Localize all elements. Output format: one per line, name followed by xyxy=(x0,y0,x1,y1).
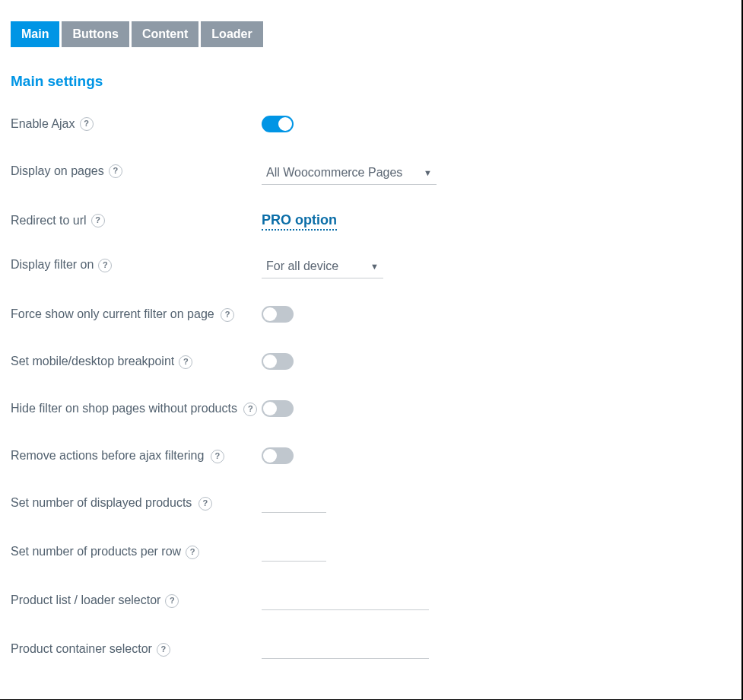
pro-option-link[interactable]: PRO option xyxy=(262,212,337,231)
label-text: Enable Ajax xyxy=(11,116,75,132)
label-text: Remove actions before ajax filtering xyxy=(11,449,204,462)
section-title: Main settings xyxy=(11,73,731,90)
tab-buttons[interactable]: Buttons xyxy=(62,21,129,47)
row-product-list-selector: Product list / loader selector ? xyxy=(11,592,731,613)
label-set-breakpoint: Set mobile/desktop breakpoint ? xyxy=(11,353,262,370)
toggle-hide-without-products[interactable] xyxy=(262,400,294,417)
toggle-remove-actions[interactable] xyxy=(262,447,294,464)
tab-content[interactable]: Content xyxy=(132,21,198,47)
select-value: All Woocommerce Pages xyxy=(266,166,402,180)
row-display-filter-on: Display filter on ? For all device ▼ xyxy=(11,256,731,278)
tab-main[interactable]: Main xyxy=(11,21,59,47)
label-text: Product container selector xyxy=(11,641,152,657)
label-redirect-to-url: Redirect to url ? xyxy=(11,212,262,229)
chevron-down-icon: ▼ xyxy=(370,262,379,271)
tab-loader[interactable]: Loader xyxy=(201,21,262,47)
help-icon[interactable]: ? xyxy=(221,308,234,322)
label-products-per-row: Set number of products per row ? xyxy=(11,543,262,560)
row-num-displayed-products: Set number of displayed products ? xyxy=(11,495,731,516)
row-redirect-to-url: Redirect to url ? PRO option xyxy=(11,212,731,229)
label-product-list-selector: Product list / loader selector ? xyxy=(11,592,262,609)
help-icon[interactable]: ? xyxy=(198,497,212,511)
row-hide-without-products: Hide filter on shop pages without produc… xyxy=(11,400,731,420)
label-text: Product list / loader selector xyxy=(11,592,160,609)
label-force-show-current: Force show only current filter on page ? xyxy=(11,306,262,323)
help-icon[interactable]: ? xyxy=(186,546,199,559)
select-display-filter-on[interactable]: For all device ▼ xyxy=(262,256,383,278)
help-icon[interactable]: ? xyxy=(243,402,257,416)
label-hide-without-products: Hide filter on shop pages without produc… xyxy=(11,400,262,417)
label-num-displayed-products: Set number of displayed products ? xyxy=(11,495,262,511)
label-text: Display filter on xyxy=(11,256,94,273)
label-text: Set number of products per row xyxy=(11,543,181,560)
select-value: For all device xyxy=(266,259,338,273)
label-text: Redirect to url xyxy=(11,212,87,229)
toggle-knob xyxy=(263,449,277,463)
input-product-list-selector[interactable] xyxy=(262,592,429,610)
help-icon[interactable]: ? xyxy=(98,259,112,272)
row-display-on-pages: Display on pages ? All Woocommerce Pages… xyxy=(11,163,731,185)
row-remove-actions: Remove actions before ajax filtering ? xyxy=(11,447,731,467)
label-text: Set number of displayed products xyxy=(11,496,192,509)
help-icon[interactable]: ? xyxy=(211,450,224,463)
label-text: Set mobile/desktop breakpoint xyxy=(11,353,174,370)
input-num-displayed-products[interactable] xyxy=(262,495,326,513)
row-product-container-selector: Product container selector ? xyxy=(11,641,731,662)
row-products-per-row: Set number of products per row ? xyxy=(11,543,731,565)
select-display-on-pages[interactable]: All Woocommerce Pages ▼ xyxy=(262,163,437,185)
help-icon[interactable]: ? xyxy=(179,355,192,369)
row-force-show-current: Force show only current filter on page ? xyxy=(11,306,731,326)
label-enable-ajax: Enable Ajax ? xyxy=(11,116,262,132)
input-products-per-row[interactable] xyxy=(262,543,326,562)
settings-panel: Main Buttons Content Loader Main setting… xyxy=(0,0,743,700)
label-display-filter-on: Display filter on ? xyxy=(11,256,262,273)
row-enable-ajax: Enable Ajax ? xyxy=(11,116,731,135)
label-product-container-selector: Product container selector ? xyxy=(11,641,262,657)
help-icon[interactable]: ? xyxy=(157,643,170,657)
help-icon[interactable]: ? xyxy=(165,594,179,608)
toggle-knob xyxy=(263,307,277,321)
toggle-set-breakpoint[interactable] xyxy=(262,353,294,370)
label-text: Display on pages xyxy=(11,163,104,180)
help-icon[interactable]: ? xyxy=(109,164,122,178)
help-icon[interactable]: ? xyxy=(91,214,105,228)
toggle-enable-ajax[interactable] xyxy=(262,116,294,132)
label-display-on-pages: Display on pages ? xyxy=(11,163,262,180)
toggle-knob xyxy=(263,355,277,368)
toggle-force-show-current[interactable] xyxy=(262,306,294,323)
tabs-bar: Main Buttons Content Loader xyxy=(11,21,731,47)
chevron-down-icon: ▼ xyxy=(424,168,432,177)
row-set-breakpoint: Set mobile/desktop breakpoint ? xyxy=(11,353,731,373)
input-product-container-selector[interactable] xyxy=(262,641,429,659)
label-text: Hide filter on shop pages without produc… xyxy=(11,402,237,415)
label-remove-actions: Remove actions before ajax filtering ? xyxy=(11,447,262,464)
toggle-knob xyxy=(278,117,292,131)
help-icon[interactable]: ? xyxy=(80,117,94,131)
label-text: Force show only current filter on page xyxy=(11,307,214,320)
toggle-knob xyxy=(263,402,277,415)
